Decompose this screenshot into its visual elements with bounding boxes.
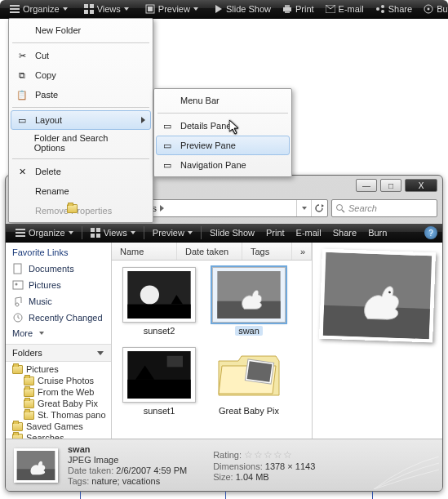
- tree-node[interactable]: Searches: [12, 432, 108, 439]
- chevron-down-icon: [124, 7, 129, 11]
- col-name[interactable]: Name: [112, 243, 177, 260]
- views-button[interactable]: Views: [86, 226, 140, 239]
- folder-tree: Pictures Cruise Photos From the Web Grea…: [6, 362, 111, 439]
- burn-button[interactable]: Burn: [363, 226, 392, 239]
- favorite-link-pictures[interactable]: Pictures: [6, 277, 111, 293]
- email-button[interactable]: E-mail: [291, 226, 326, 239]
- tree-node[interactable]: St. Thomas pano: [12, 409, 108, 421]
- tree-node[interactable]: Cruise Photos: [12, 375, 108, 386]
- tree-node-pictures[interactable]: Pictures: [12, 363, 108, 375]
- search-input[interactable]: Search: [331, 199, 437, 217]
- menu-paste[interactable]: 📋Paste: [11, 85, 151, 105]
- menu-navigation-pane[interactable]: ▭Navigation Pane: [156, 155, 290, 175]
- tree-node[interactable]: From the Web: [12, 386, 108, 398]
- views-button[interactable]: Views: [79, 2, 134, 16]
- svg-rect-31: [96, 228, 100, 232]
- favorite-link-documents[interactable]: Documents: [6, 261, 111, 277]
- email-icon: [326, 5, 335, 13]
- menu-delete[interactable]: ✕Delete: [11, 162, 151, 181]
- search-icon: [335, 203, 345, 213]
- menu-label: Copy: [35, 70, 56, 80]
- menu-cut[interactable]: ✂Cut: [11, 46, 151, 65]
- print-label: Print: [295, 4, 314, 14]
- slideshow-button[interactable]: Slide Show: [210, 2, 276, 16]
- menu-new-folder[interactable]: New Folder: [11, 20, 151, 40]
- menu-separator: [12, 42, 149, 43]
- item-sunset2[interactable]: sunset2: [120, 267, 198, 336]
- organize-button[interactable]: Organize: [11, 226, 78, 239]
- share-button[interactable]: Share: [328, 226, 362, 239]
- separator: [201, 226, 202, 239]
- print-button[interactable]: Print: [277, 2, 319, 16]
- menu-details-pane[interactable]: ▭Details Pane: [156, 116, 290, 136]
- col-date[interactable]: Date taken: [177, 243, 242, 260]
- favorite-link-recent[interactable]: Recently Changed: [6, 310, 111, 326]
- svg-rect-8: [148, 7, 153, 11]
- organize-button[interactable]: Organize: [5, 2, 73, 16]
- label: Share: [333, 228, 357, 238]
- svg-rect-46: [127, 380, 190, 399]
- help-button[interactable]: ?: [424, 226, 437, 239]
- svg-rect-3: [84, 4, 88, 8]
- details-dim-label: Dimensions:: [213, 461, 263, 471]
- label: Tags: [251, 247, 269, 256]
- rating-stars[interactable]: ☆☆☆☆☆: [244, 450, 293, 460]
- menu-remove-properties[interactable]: Remove Properties: [11, 201, 151, 221]
- swan-image: [322, 252, 432, 340]
- menu-rename[interactable]: Rename: [11, 181, 151, 201]
- close-button[interactable]: X: [405, 179, 437, 192]
- refresh-button[interactable]: [311, 200, 326, 216]
- print-button[interactable]: Print: [261, 226, 290, 239]
- layout-submenu: Menu Bar ▭Details Pane ▭Preview Pane ▭Na…: [153, 88, 292, 177]
- preview-button[interactable]: Preview: [148, 226, 197, 239]
- item-caption: sunset2: [144, 326, 175, 336]
- burn-button[interactable]: Burn: [419, 2, 448, 16]
- address-dropdown[interactable]: [296, 200, 311, 216]
- menu-preview-pane[interactable]: ▭Preview Pane: [156, 136, 290, 155]
- share-button[interactable]: Share: [370, 2, 417, 16]
- menu-label: Layout: [35, 115, 62, 125]
- close-icon: X: [419, 181, 424, 190]
- preview-button[interactable]: Preview: [140, 2, 203, 16]
- menu-menu-bar[interactable]: Menu Bar: [156, 91, 290, 110]
- maximize-button[interactable]: □: [380, 179, 401, 192]
- maximize-icon: □: [388, 181, 393, 190]
- details-tags-value[interactable]: nature; vacations: [91, 476, 160, 486]
- menu-copy[interactable]: ⧉Copy: [11, 65, 151, 85]
- tree-node[interactable]: Great Baby Pix: [12, 398, 108, 409]
- menu-layout[interactable]: ▭Layout: [11, 110, 151, 130]
- email-button[interactable]: E-mail: [321, 2, 369, 16]
- thumbnail-grid: sunset2 swan sunset1: [112, 261, 312, 422]
- label: Documents: [29, 264, 74, 274]
- col-tags[interactable]: Tags: [242, 243, 292, 260]
- folders-header[interactable]: Folders: [6, 344, 111, 362]
- svg-rect-1: [10, 8, 20, 10]
- printer-icon: [282, 4, 292, 14]
- chevron-down-icon: [188, 231, 193, 234]
- chevron-right-icon: [160, 205, 165, 212]
- favorite-link-music[interactable]: Music: [6, 293, 111, 310]
- item-sunset1[interactable]: sunset1: [120, 347, 198, 416]
- svg-marker-9: [215, 5, 222, 13]
- label: Slide Show: [210, 228, 255, 238]
- copy-icon: ⧉: [16, 69, 29, 82]
- item-swan[interactable]: swan: [210, 267, 288, 336]
- svg-rect-33: [96, 234, 100, 238]
- pane-icon: ▭: [161, 119, 174, 132]
- menu-folder-options[interactable]: Folder and Search Options: [11, 130, 151, 156]
- svg-point-18: [428, 8, 430, 11]
- preview-icon: [145, 4, 155, 14]
- share-icon: [375, 4, 385, 14]
- share-label: Share: [388, 4, 412, 14]
- minimize-button[interactable]: —: [356, 179, 377, 192]
- item-great-baby-folder[interactable]: Great Baby Pix: [210, 347, 288, 416]
- tree-node[interactable]: Saved Games: [12, 421, 108, 432]
- command-bar-inner: Organize Views Preview Slide Show Print …: [6, 224, 442, 243]
- favorite-link-more[interactable]: More: [6, 326, 111, 341]
- svg-point-40: [140, 285, 159, 304]
- explorer-body: Favorite Links Documents Pictures Music …: [6, 243, 442, 439]
- col-more[interactable]: »: [292, 243, 312, 260]
- items-view: Name Date taken Tags » sunset2 swan suns…: [112, 243, 312, 439]
- search-placeholder: Search: [348, 203, 377, 213]
- slideshow-button[interactable]: Slide Show: [205, 226, 259, 239]
